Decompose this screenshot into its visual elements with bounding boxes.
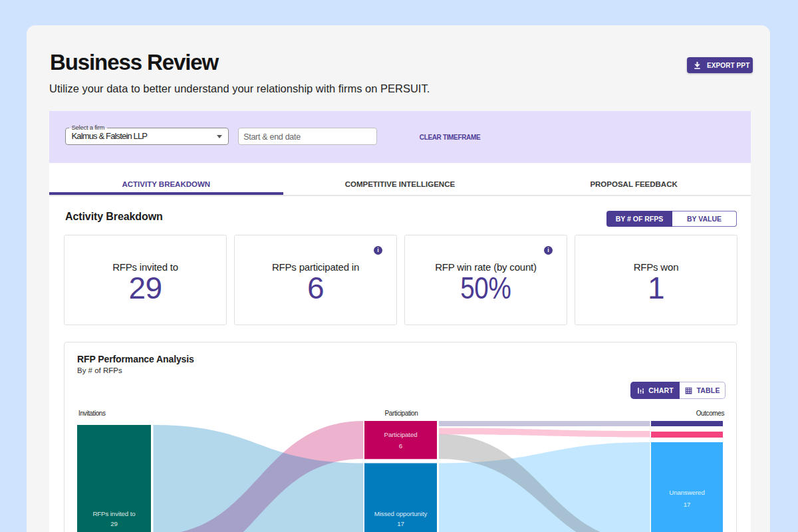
svg-text:Participated: Participated xyxy=(384,431,418,438)
svg-text:RFPs invited to: RFPs invited to xyxy=(92,510,135,517)
svg-text:29: 29 xyxy=(110,520,118,527)
svg-text:17: 17 xyxy=(397,520,404,527)
svg-text:Missed opportunity: Missed opportunity xyxy=(374,510,428,517)
svg-text:17: 17 xyxy=(684,501,691,508)
svg-text:Unanswered: Unanswered xyxy=(669,489,704,496)
svg-text:6: 6 xyxy=(399,442,402,450)
